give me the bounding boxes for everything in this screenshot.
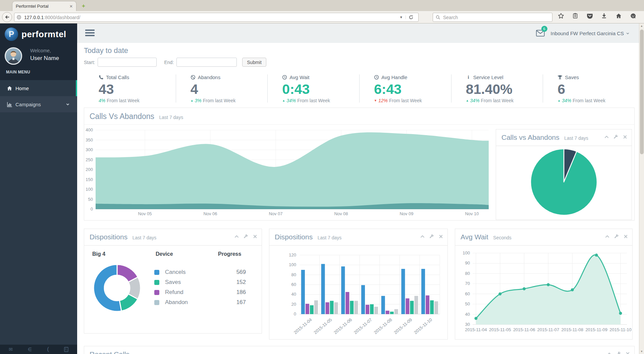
chat-icon[interactable] xyxy=(630,12,636,19)
svg-text:100: 100 xyxy=(86,187,93,192)
settings-wrench-icon[interactable] xyxy=(614,135,618,139)
stat-value: 81.40% xyxy=(466,81,543,97)
avatar xyxy=(5,47,22,65)
start-date-input[interactable] xyxy=(98,58,157,67)
panel-title: Calls vs Abandons xyxy=(501,133,559,141)
info-icon: i xyxy=(466,75,471,80)
collapse-icon[interactable] xyxy=(604,135,609,139)
legend-swatch xyxy=(154,290,159,295)
sidebar: P performtel Welcome, User Name MAIN MEN… xyxy=(0,23,77,354)
scroll-up-icon[interactable]: ▲ xyxy=(639,24,644,27)
mail-icon[interactable]: ✉ xyxy=(9,347,13,352)
svg-text:2015-11-08: 2015-11-08 xyxy=(561,327,584,332)
stat-value: 6 xyxy=(557,81,635,97)
scroll-down-icon[interactable]: ▼ xyxy=(639,350,644,353)
url-host: 127.0.0.1 xyxy=(24,15,44,20)
messages-button[interactable]: 6 xyxy=(535,28,545,38)
svg-text:100: 100 xyxy=(463,250,470,255)
main-menu-label: MAIN MENU xyxy=(6,70,30,74)
browser-search[interactable]: Search xyxy=(433,13,552,22)
svg-text:250: 250 xyxy=(86,157,93,162)
end-date-input[interactable] xyxy=(176,58,237,67)
download-icon[interactable] xyxy=(601,12,607,19)
settings-wrench-icon[interactable] xyxy=(614,234,619,239)
collapse-icon[interactable] xyxy=(420,234,425,239)
browser-navbar: 127.0.0.1:8000/dashboard/ ▼ Search xyxy=(0,11,644,23)
legend-row: Cancels 569 xyxy=(151,267,249,277)
chevron-down-icon xyxy=(626,32,630,35)
stat-delta: ▲ 34% From last Week xyxy=(282,98,359,103)
moon-icon[interactable]: ( xyxy=(47,346,49,353)
svg-text:2015-11-04: 2015-11-04 xyxy=(293,317,313,335)
new-tab-button[interactable]: + xyxy=(79,2,88,10)
phone-icon xyxy=(99,75,104,80)
url-dropdown-icon[interactable]: ▼ xyxy=(397,15,406,19)
logout-icon[interactable] xyxy=(64,347,68,352)
window-scrollbar[interactable]: ▲ ▼ xyxy=(639,23,644,354)
panel-title: Recent Calls xyxy=(90,350,129,354)
svg-text:2015-11-07: 2015-11-07 xyxy=(353,317,373,335)
tab-close-icon[interactable]: ✕ xyxy=(69,4,73,9)
dispositions-legend: Cancels 569 Saves 152 Refund 186 Abandon… xyxy=(151,267,249,307)
close-icon[interactable] xyxy=(624,234,628,239)
scrollbar-thumb[interactable] xyxy=(640,30,644,154)
panel-subtitle: Seconds xyxy=(493,235,511,240)
stat-total-calls: Total Calls 43 ▲ 4% From last Week xyxy=(84,72,176,105)
caret-icon: ▼ xyxy=(374,99,377,103)
dispositions-donut-chart xyxy=(90,260,145,316)
back-button[interactable] xyxy=(2,12,12,22)
svg-text:2015-11-10: 2015-11-10 xyxy=(609,327,632,332)
browser-toolbar xyxy=(557,12,644,19)
campaign-selector[interactable]: Inbound FW Perfect Garcinia CS xyxy=(551,31,630,36)
svg-text:120: 120 xyxy=(289,252,296,257)
panel-dispositions-bars: Dispositions Last 7 days 020406080100120… xyxy=(269,229,448,340)
settings-wrench-icon[interactable] xyxy=(616,352,621,354)
collapse-icon[interactable] xyxy=(605,234,609,239)
date-filter: Start: End: Submit xyxy=(84,58,266,67)
end-label: End: xyxy=(164,60,174,65)
settings-wrench-icon[interactable] xyxy=(430,234,434,239)
brand-logo[interactable]: P performtel xyxy=(5,27,66,41)
brand-name: performtel xyxy=(21,29,66,40)
svg-text:2015-11-09: 2015-11-09 xyxy=(585,327,607,332)
start-label: Start: xyxy=(84,60,95,65)
sidebar-item-home[interactable]: Home xyxy=(0,80,77,96)
pocket-icon[interactable] xyxy=(586,12,593,19)
reading-list-icon[interactable] xyxy=(572,12,579,19)
stat-delta: ▲ 3% From last Week xyxy=(191,98,268,103)
stat-saves: Saves 6 ▲ 34% From last Week xyxy=(543,72,635,105)
sidebar-menu: Home Campaigns xyxy=(0,80,77,112)
settings-wrench-icon[interactable] xyxy=(244,234,248,239)
element-of-icon[interactable]: ∈ xyxy=(28,347,32,352)
svg-text:i: i xyxy=(468,75,469,80)
close-icon[interactable] xyxy=(623,135,627,139)
panel-subtitle: Last 7 days xyxy=(564,135,588,141)
browser-tab-strip: Performtel Portal ✕ + xyxy=(0,0,644,11)
submit-button[interactable]: Submit xyxy=(242,58,266,67)
home-icon[interactable] xyxy=(615,12,622,19)
legend-swatch xyxy=(154,300,159,305)
tab-title: Performtel Portal xyxy=(16,4,69,9)
collapse-icon[interactable] xyxy=(607,352,611,354)
close-icon[interactable] xyxy=(626,352,630,354)
trophy-icon xyxy=(557,75,562,80)
sidebar-item-campaigns[interactable]: Campaigns xyxy=(0,96,77,112)
reload-button[interactable] xyxy=(406,15,416,20)
close-icon[interactable] xyxy=(439,234,443,239)
panel-subtitle: Last 7 days xyxy=(132,235,157,240)
sidebar-toggle-button[interactable] xyxy=(85,30,95,38)
search-icon xyxy=(436,15,440,20)
stat-value: 4 xyxy=(191,81,268,97)
url-bar[interactable]: 127.0.0.1:8000/dashboard/ ▼ xyxy=(14,13,419,22)
legend-swatch xyxy=(154,280,159,285)
browser-tab[interactable]: Performtel Portal ✕ xyxy=(12,1,76,11)
bookmark-star-icon[interactable] xyxy=(557,12,564,19)
svg-text:30: 30 xyxy=(465,322,470,327)
stat-value: 0:43 xyxy=(282,81,359,97)
sidebar-item-label: Campaigns xyxy=(15,102,41,107)
stat-abandons: Abandons 4 ▲ 3% From last Week xyxy=(176,72,268,105)
search-placeholder: Search xyxy=(443,15,458,20)
close-icon[interactable] xyxy=(253,234,257,239)
collapse-icon[interactable] xyxy=(234,234,239,239)
stats-row: Total Calls 43 ▲ 4% From last Week Aband… xyxy=(84,72,635,105)
